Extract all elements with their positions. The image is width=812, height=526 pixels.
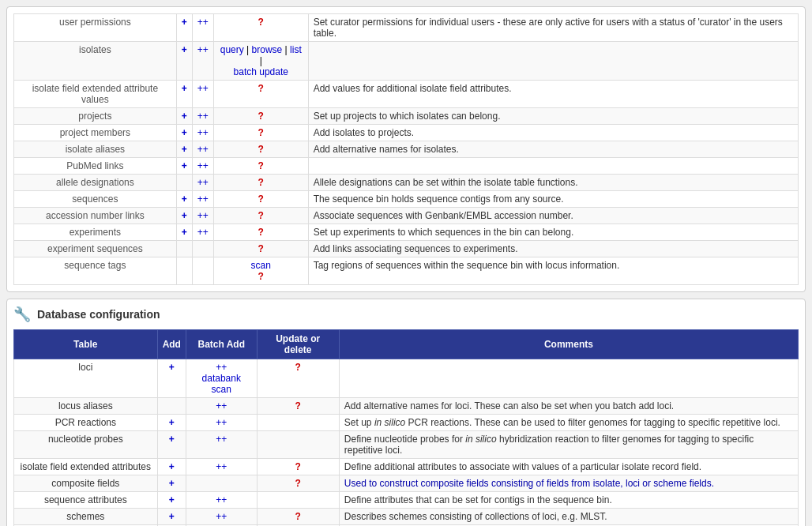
- batch-cell[interactable]: [192, 241, 213, 257]
- batch-cell[interactable]: ++: [192, 125, 213, 141]
- update-cell[interactable]: ?: [213, 14, 308, 42]
- add-link[interactable]: +: [182, 144, 187, 155]
- add-link[interactable]: +: [169, 461, 175, 472]
- batch-cell[interactable]: ++: [192, 14, 213, 42]
- add-link[interactable]: +: [182, 210, 187, 221]
- add-link[interactable]: +: [169, 417, 175, 428]
- add-cell[interactable]: +: [176, 108, 192, 125]
- batch-cell[interactable]: ++: [186, 398, 257, 415]
- batch-link[interactable]: ++: [197, 83, 209, 94]
- batch-cell[interactable]: ++: [192, 81, 213, 108]
- add-cell[interactable]: +: [157, 431, 186, 459]
- add-link[interactable]: +: [182, 193, 187, 205]
- update-cell[interactable]: ?: [257, 359, 339, 398]
- add-link[interactable]: +: [182, 44, 187, 55]
- batch-link[interactable]: ++: [197, 111, 209, 122]
- batch-cell[interactable]: ++: [192, 108, 213, 125]
- add-cell[interactable]: [157, 398, 186, 415]
- batch-link[interactable]: ++: [197, 177, 209, 188]
- batch-cell[interactable]: ++databank scan: [186, 359, 257, 398]
- update-cell[interactable]: [257, 431, 339, 459]
- add-cell[interactable]: +: [157, 509, 186, 525]
- batch-cell[interactable]: ++: [186, 492, 257, 509]
- batch-link[interactable]: ++: [216, 434, 227, 445]
- add-cell[interactable]: +: [176, 125, 192, 141]
- list-link[interactable]: list: [290, 44, 302, 55]
- batch-cell[interactable]: ++: [192, 224, 213, 241]
- add-cell[interactable]: [176, 257, 192, 285]
- add-cell[interactable]: +: [176, 141, 192, 158]
- add-link[interactable]: +: [182, 17, 187, 28]
- add-link[interactable]: +: [169, 494, 175, 505]
- query-link[interactable]: query: [220, 44, 244, 55]
- batch-cell[interactable]: ++: [192, 175, 213, 191]
- update-cell[interactable]: ?: [213, 108, 308, 125]
- batch-cell[interactable]: [186, 475, 257, 492]
- update-cell[interactable]: ?: [213, 224, 308, 241]
- add-cell[interactable]: +: [176, 14, 192, 42]
- update-cell[interactable]: ?: [213, 81, 308, 108]
- add-link[interactable]: +: [169, 434, 175, 445]
- batch-cell[interactable]: ++: [192, 208, 213, 224]
- add-cell[interactable]: +: [176, 191, 192, 208]
- update-cell[interactable]: query | browse | list |batch update: [213, 42, 308, 81]
- batch-link[interactable]: ++: [216, 511, 227, 522]
- add-link[interactable]: +: [169, 511, 175, 522]
- batch-link[interactable]: ++: [216, 362, 227, 373]
- add-cell[interactable]: +: [176, 81, 192, 108]
- batch-link[interactable]: ++: [197, 127, 209, 138]
- batch-cell[interactable]: ++: [186, 509, 257, 525]
- update-cell[interactable]: ?: [213, 141, 308, 158]
- batch-cell[interactable]: ++: [192, 158, 213, 175]
- update-cell[interactable]: ?: [213, 158, 308, 175]
- update-cell[interactable]: [257, 415, 339, 431]
- update-cell[interactable]: ?: [257, 398, 339, 415]
- add-cell[interactable]: +: [176, 158, 192, 175]
- batch-link[interactable]: ++: [216, 417, 227, 428]
- batch-link[interactable]: ++: [216, 494, 227, 505]
- batch-link[interactable]: ++: [197, 17, 209, 28]
- scan-link[interactable]: scan: [251, 260, 271, 271]
- batch-cell[interactable]: ++: [186, 431, 257, 459]
- update-cell[interactable]: ?: [213, 175, 308, 191]
- batch-cell[interactable]: ++: [186, 459, 257, 475]
- batch-link[interactable]: ++: [197, 144, 209, 155]
- databank-scan-link[interactable]: databank scan: [202, 373, 241, 395]
- add-cell[interactable]: +: [176, 208, 192, 224]
- update-cell[interactable]: ?: [257, 509, 339, 525]
- add-link[interactable]: +: [182, 227, 187, 238]
- batch-cell[interactable]: [192, 257, 213, 285]
- update-cell[interactable]: ?: [257, 459, 339, 475]
- batch-update-link[interactable]: batch update: [234, 66, 288, 77]
- update-cell[interactable]: scan?: [213, 257, 308, 285]
- add-cell[interactable]: +: [157, 459, 186, 475]
- batch-link[interactable]: ++: [216, 461, 227, 472]
- batch-link[interactable]: ++: [197, 44, 209, 55]
- add-link[interactable]: +: [182, 83, 187, 94]
- add-cell[interactable]: +: [176, 224, 192, 241]
- add-cell[interactable]: +: [157, 359, 186, 398]
- batch-cell[interactable]: ++: [192, 191, 213, 208]
- update-cell[interactable]: ?: [257, 475, 339, 492]
- batch-link[interactable]: ++: [197, 227, 209, 238]
- add-link[interactable]: +: [182, 111, 187, 122]
- batch-link[interactable]: ++: [216, 400, 227, 411]
- add-cell[interactable]: +: [176, 42, 192, 81]
- add-cell[interactable]: +: [157, 475, 186, 492]
- batch-cell[interactable]: ++: [192, 141, 213, 158]
- add-cell[interactable]: [176, 175, 192, 191]
- update-cell[interactable]: [257, 492, 339, 509]
- update-cell[interactable]: ?: [213, 241, 308, 257]
- add-link[interactable]: +: [169, 362, 175, 373]
- batch-link[interactable]: ++: [197, 160, 209, 171]
- batch-cell[interactable]: ++: [192, 42, 213, 81]
- add-link[interactable]: +: [182, 160, 187, 171]
- batch-link[interactable]: ++: [197, 193, 209, 205]
- add-link[interactable]: +: [182, 127, 187, 138]
- add-link[interactable]: +: [169, 478, 175, 489]
- batch-cell[interactable]: ++: [186, 415, 257, 431]
- update-cell[interactable]: ?: [213, 125, 308, 141]
- browse-link[interactable]: browse: [252, 44, 283, 55]
- add-cell[interactable]: +: [157, 492, 186, 509]
- update-cell[interactable]: ?: [213, 208, 308, 224]
